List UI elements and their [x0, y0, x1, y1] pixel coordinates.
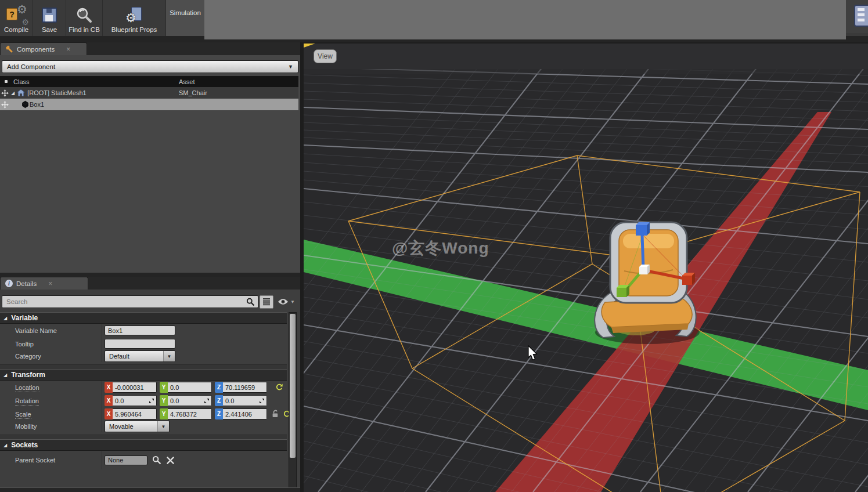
scale-label[interactable]: Scale	[15, 411, 31, 419]
class-column-header: Class	[13, 78, 30, 85]
visibility-dot-icon	[5, 80, 8, 83]
chevron-down-icon: ▼	[288, 64, 293, 70]
property-matrix-button[interactable]	[260, 295, 273, 309]
gizmo-z-handle	[636, 222, 650, 236]
find-in-cb-label: Find in CB	[69, 26, 100, 33]
variable-name-label: Variable Name	[0, 327, 102, 334]
lock-open-icon[interactable]	[271, 410, 280, 418]
tab-details[interactable]: i Details ×	[0, 277, 88, 290]
components-list-header: Class Asset	[0, 76, 298, 87]
details-tabbar: i Details ×	[0, 277, 300, 290]
rotation-z-input[interactable]: 0.0	[223, 395, 267, 406]
location-y-input[interactable]: 0.0	[168, 382, 212, 393]
reset-to-default-icon[interactable]	[275, 384, 283, 391]
y-axis-tag: Y	[160, 395, 168, 406]
search-icon	[246, 298, 255, 306]
rotation-spinner-icon[interactable]	[149, 398, 154, 404]
transform-section-body: Location X -0.000031 Y 0.0 Z 70.119659 R…	[0, 381, 287, 435]
location-x-input[interactable]: -0.000031	[113, 382, 157, 393]
category-dropdown[interactable]: Default ▼	[105, 350, 175, 362]
compile-icon: ⚙⚙?	[6, 5, 26, 25]
section-header-variable[interactable]: ◢ Variable	[0, 312, 287, 324]
simulation-button[interactable]: Simulation	[166, 0, 204, 36]
details-scrollbar[interactable]	[289, 312, 297, 492]
simulation-label: Simulation	[170, 9, 201, 16]
expander-icon[interactable]: ◢	[11, 91, 15, 96]
blueprint-props-label: Blueprint Props	[111, 26, 157, 33]
location-z-input[interactable]: 70.119659	[223, 382, 267, 393]
section-expander-icon: ◢	[3, 316, 7, 321]
save-label: Save	[42, 26, 57, 33]
x-axis-tag: X	[105, 382, 113, 393]
location-row: Location X -0.000031 Y 0.0 Z 70.119659	[0, 381, 287, 394]
viewport-scene: @玄冬Wong	[304, 44, 868, 492]
parent-socket-label: Parent Socket	[0, 457, 102, 464]
chevron-down-icon: ▼	[163, 351, 175, 361]
tab-components[interactable]: Components ×	[0, 42, 87, 55]
scrollbar-thumb[interactable]	[290, 314, 296, 458]
sockets-section-body: Parent Socket None	[0, 451, 287, 469]
z-axis-tag: Z	[215, 382, 223, 393]
blueprint-props-button[interactable]: ⚙ Blueprint Props	[103, 0, 166, 36]
rotation-x-input[interactable]: 0.0	[113, 395, 157, 406]
transform-section-title: Transform	[11, 371, 45, 379]
rotation-spinner-icon[interactable]	[204, 398, 210, 404]
compile-button[interactable]: ⚙⚙? Compile	[0, 0, 33, 36]
scale-y-input[interactable]: 4.768372	[168, 408, 212, 419]
components-tabbar: Components ×	[0, 42, 300, 55]
mobility-dropdown[interactable]: Movable ▼	[105, 421, 170, 432]
parent-socket-input[interactable]: None	[105, 455, 147, 465]
blueprint-props-icon: ⚙	[125, 5, 143, 25]
mobility-label: Mobility	[0, 423, 102, 430]
clipboard-icon[interactable]	[854, 5, 868, 27]
variable-section-body: Variable Name Tooltip Category Default ▼	[0, 324, 287, 364]
tooltip-input[interactable]	[105, 339, 175, 349]
gizmo-center-handle	[639, 265, 650, 274]
view-menu-button[interactable]: View	[314, 49, 337, 63]
z-axis-tag: Z	[215, 408, 223, 419]
sockets-section-title: Sockets	[11, 441, 38, 449]
rotation-label[interactable]: Rotation	[15, 397, 39, 406]
next-section-sliver	[0, 487, 300, 492]
z-axis-tag: Z	[215, 395, 223, 406]
location-label[interactable]: Location	[15, 384, 39, 392]
component-box1-name: Box1	[30, 101, 44, 108]
mobility-value: Movable	[109, 423, 134, 430]
section-header-sockets[interactable]: ◢ Sockets	[0, 439, 287, 451]
table-grid-icon	[262, 298, 271, 306]
add-component-dropdown[interactable]: Add Component ▼	[2, 60, 298, 73]
component-row-box1-selected[interactable]: Box1	[0, 99, 298, 110]
scale-x-input[interactable]: 5.960464	[113, 408, 157, 419]
scale-z-input[interactable]: 2.441406	[223, 408, 267, 419]
component-row-staticmesh[interactable]: ◢ [ROOT] StaticMesh1 SM_Chair	[0, 87, 298, 99]
find-in-cb-button[interactable]: Find in CB	[66, 0, 103, 36]
y-axis-tag: Y	[160, 408, 168, 419]
save-icon	[42, 5, 57, 25]
house-icon	[17, 89, 25, 97]
clear-socket-icon[interactable]	[167, 457, 174, 464]
details-tab-close-icon[interactable]: ×	[48, 280, 52, 288]
components-tab-close-icon[interactable]: ×	[66, 45, 70, 53]
move-icon	[1, 101, 9, 108]
add-component-label: Add Component	[7, 63, 55, 70]
section-expander-icon: ◢	[3, 443, 7, 448]
hammer-icon	[5, 45, 13, 53]
save-button[interactable]: Save	[33, 0, 66, 36]
rotation-y-input[interactable]: 0.0	[168, 395, 212, 406]
component-root-name: [ROOT] StaticMesh1	[27, 89, 86, 96]
socket-search-icon[interactable]	[152, 455, 161, 465]
blueprint-3d-viewport[interactable]: @玄冬Wong View	[300, 42, 868, 492]
view-options-button[interactable]: ▼	[278, 298, 295, 305]
info-circle-icon: i	[5, 280, 13, 287]
section-header-transform[interactable]: ◢ Transform	[0, 369, 287, 381]
box-shape-icon	[21, 100, 30, 108]
magnifier-icon	[76, 5, 92, 25]
search-input[interactable]	[2, 295, 258, 308]
components-panel: Add Component ▼ Class Asset ◢ [ROOT] Sta…	[0, 55, 300, 273]
rotation-spinner-icon[interactable]	[259, 398, 265, 404]
components-tab-title: Components	[17, 46, 55, 53]
variable-name-input[interactable]	[105, 325, 175, 335]
variable-section-title: Variable	[11, 314, 38, 322]
gizmo-y-handle	[617, 285, 629, 297]
mobility-row: Mobility Movable ▼	[0, 421, 287, 435]
